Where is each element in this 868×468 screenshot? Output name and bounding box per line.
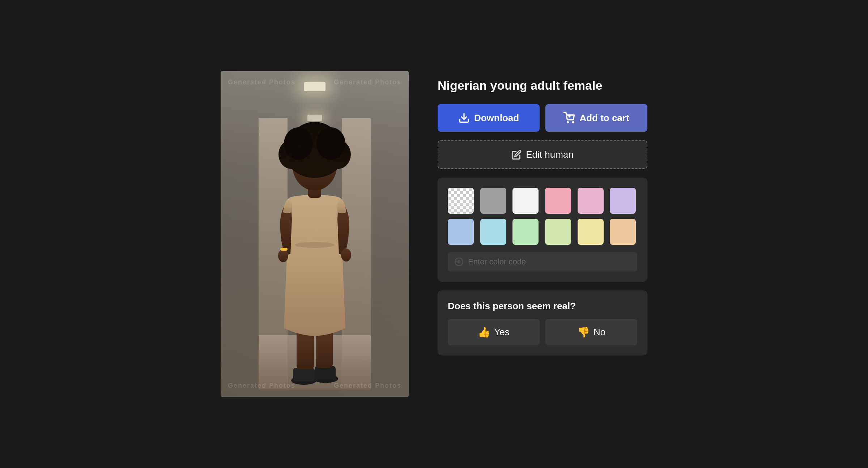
svg-rect-8 bbox=[315, 366, 336, 380]
edit-human-label: Edit human bbox=[526, 149, 574, 160]
real-person-buttons: 👍 Yes 👎 No bbox=[448, 319, 637, 345]
color-wheel-icon bbox=[454, 257, 464, 267]
color-swatch-peach[interactable] bbox=[610, 219, 636, 245]
product-title: Nigerian young adult female bbox=[438, 78, 647, 93]
yes-button[interactable]: 👍 Yes bbox=[448, 319, 540, 345]
cart-icon bbox=[563, 112, 575, 124]
watermark-top-right: Generated Photos bbox=[334, 78, 401, 86]
person-figure bbox=[259, 118, 371, 390]
watermark-top-left: Generated Photos bbox=[228, 78, 295, 86]
right-panel: Nigerian young adult female Download bbox=[438, 71, 647, 356]
color-swatch-light-pink[interactable] bbox=[578, 188, 604, 214]
main-container: Generated Photos Generated Photos Genera… bbox=[36, 57, 832, 411]
color-input-row bbox=[448, 252, 637, 272]
color-swatch-gray[interactable] bbox=[480, 188, 506, 214]
watermark-bottom-left: Generated Photos bbox=[228, 382, 295, 390]
real-person-question: Does this person seem real? bbox=[448, 301, 637, 312]
download-icon bbox=[458, 112, 470, 124]
yes-label: Yes bbox=[494, 327, 509, 338]
color-swatch-white[interactable] bbox=[512, 188, 539, 214]
color-grid bbox=[448, 188, 637, 245]
svg-rect-7 bbox=[293, 368, 315, 382]
svg-point-32 bbox=[567, 122, 569, 123]
color-palette-section bbox=[438, 178, 647, 282]
action-buttons: Download Add to cart bbox=[438, 104, 647, 132]
thumbs-up-icon: 👍 bbox=[478, 326, 490, 338]
watermark-bottom-right: Generated Photos bbox=[334, 382, 401, 390]
download-button[interactable]: Download bbox=[438, 104, 540, 132]
no-button[interactable]: 👎 No bbox=[545, 319, 637, 345]
add-to-cart-label: Add to cart bbox=[579, 112, 629, 124]
color-swatch-pink[interactable] bbox=[545, 188, 571, 214]
color-swatch-light-cyan[interactable] bbox=[480, 219, 506, 245]
svg-point-33 bbox=[573, 122, 574, 123]
thumbs-down-icon: 👎 bbox=[577, 326, 590, 338]
color-swatch-light-yellow[interactable] bbox=[578, 219, 604, 245]
color-swatch-transparent[interactable] bbox=[448, 188, 474, 214]
color-code-input[interactable] bbox=[468, 257, 631, 267]
color-swatch-light-green[interactable] bbox=[512, 219, 539, 245]
real-person-section: Does this person seem real? 👍 Yes 👎 No bbox=[438, 290, 647, 356]
edit-human-button[interactable]: Edit human bbox=[438, 140, 647, 169]
svg-rect-14 bbox=[280, 248, 288, 251]
add-to-cart-button[interactable]: Add to cart bbox=[545, 104, 647, 132]
image-section: Generated Photos Generated Photos Genera… bbox=[221, 71, 409, 397]
download-label: Download bbox=[474, 112, 519, 124]
svg-point-13 bbox=[341, 248, 351, 261]
photo-frame: Generated Photos Generated Photos Genera… bbox=[221, 71, 409, 397]
ceiling-light-1 bbox=[304, 82, 326, 91]
no-label: No bbox=[593, 327, 605, 338]
color-swatch-yellow-green[interactable] bbox=[545, 219, 571, 245]
color-swatch-light-blue[interactable] bbox=[448, 219, 474, 245]
svg-point-30 bbox=[316, 127, 345, 160]
color-swatch-lavender[interactable] bbox=[610, 188, 636, 214]
pen-icon bbox=[511, 150, 522, 160]
